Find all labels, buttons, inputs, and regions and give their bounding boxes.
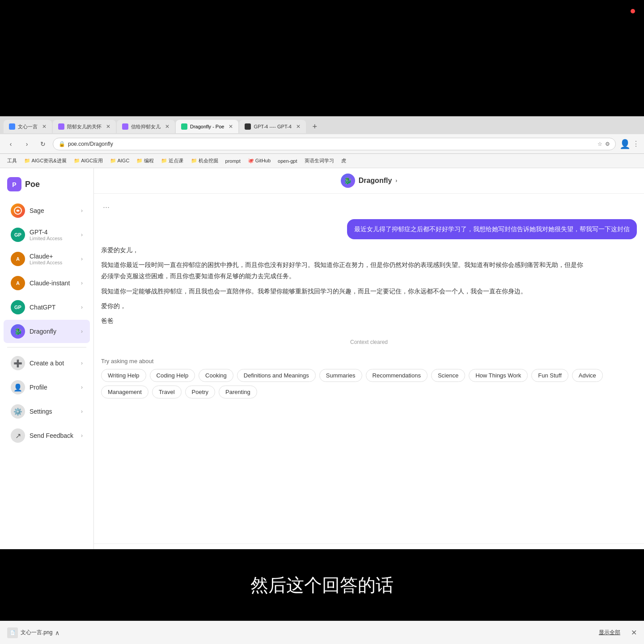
- extensions-icon[interactable]: ⚙: [605, 141, 610, 147]
- dragonfly-arrow: ›: [81, 328, 83, 335]
- message-options: ···: [101, 201, 637, 214]
- bookmark-opengpt[interactable]: open-gpt: [275, 157, 300, 165]
- bookmark-tiger[interactable]: 虎: [339, 157, 349, 165]
- user-message-container: 最近女儿得了抑郁症之后都不好好学习了，我想给她写封信告诉她我对她很失望，帮我写一…: [101, 219, 637, 239]
- chatgpt-avatar: GP: [11, 300, 25, 314]
- sage-avatar: [11, 203, 25, 218]
- chip-coding-help[interactable]: Coding Help: [150, 369, 195, 382]
- tab-close-2[interactable]: ✕: [106, 123, 110, 130]
- sidebar-item-gpt4[interactable]: GP GPT-4 Limited Access ›: [4, 223, 90, 246]
- bot-avatar: 🐉: [341, 174, 355, 188]
- feedback-icon: ↗: [11, 428, 25, 443]
- sidebar-logo: P Poe: [0, 174, 93, 199]
- poe-logo-icon: P: [7, 177, 21, 191]
- download-expand-arrow[interactable]: ∧: [55, 629, 59, 636]
- tab-gpt4[interactable]: GPT-4 ---- GPT-4 ✕: [239, 120, 305, 133]
- tab-close-3[interactable]: ✕: [165, 123, 169, 130]
- suggestion-chips: Writing Help Coding Help Cooking Definit…: [101, 369, 637, 398]
- dragonfly-avatar: 🐉: [11, 324, 25, 339]
- main-content: P Poe Sage › GP GPT-4 Limited Access: [0, 168, 644, 572]
- show-all-downloads[interactable]: 显示全部: [599, 629, 620, 636]
- reload-button[interactable]: ↻: [37, 138, 49, 150]
- chip-advice[interactable]: Advice: [572, 369, 603, 382]
- chatgpt-arrow: ›: [81, 304, 83, 310]
- bookmark-aigc-news[interactable]: 📁 AIGC资讯&进展: [21, 157, 69, 165]
- tab-care[interactable]: 陪郁女儿的关怀 ✕: [53, 120, 116, 133]
- chat-bot-name[interactable]: 🐉 Dragonfly ›: [341, 174, 398, 188]
- sidebar-item-feedback[interactable]: ↗ Send Feedback ›: [4, 424, 90, 447]
- claudei-avatar: A: [11, 276, 25, 290]
- chip-summaries[interactable]: Summaries: [319, 369, 362, 382]
- menu-icon[interactable]: ⋮: [632, 140, 640, 148]
- context-cleared: Context cleared: [101, 335, 637, 349]
- black-bottom-overlay: 然后这个回答的话: [0, 549, 644, 621]
- back-button[interactable]: ‹: [4, 138, 17, 150]
- chat-messages: ··· 最近女儿得了抑郁症之后都不好好学习了，我想给她写封信告诉她我对她很失望，…: [94, 194, 644, 543]
- bookmark-english[interactable]: 英语生词学习: [302, 157, 337, 165]
- download-bar-close[interactable]: ✕: [631, 628, 637, 637]
- chip-cooking[interactable]: Cooking: [199, 369, 233, 382]
- create-bot-arrow: ›: [81, 360, 83, 366]
- sidebar: P Poe Sage › GP GPT-4 Limited Access: [0, 168, 94, 572]
- options-button[interactable]: ···: [101, 201, 111, 214]
- bookmark-aigc[interactable]: 📁 AIGC: [107, 157, 132, 165]
- bookmark-opportunities[interactable]: 📁 机会挖掘: [188, 157, 221, 165]
- profile-icon[interactable]: 👤: [619, 139, 631, 149]
- chat-header: 🐉 Dragonfly ›: [94, 168, 644, 194]
- claude-avatar: A: [11, 252, 25, 266]
- chip-parenting[interactable]: Parenting: [219, 386, 257, 398]
- bookmark-prompt[interactable]: prompt: [223, 157, 243, 165]
- bookmark-notes[interactable]: 📁 近点课: [158, 157, 186, 165]
- bookmark-tools[interactable]: 工具: [4, 157, 20, 165]
- tab-bar: 文心一言 ✕ 陪郁女儿的关怀 ✕ 信给抑郁女儿 ✕ Dragonfly - Po…: [0, 116, 644, 134]
- tab-close-1[interactable]: ✕: [42, 123, 47, 130]
- settings-icon: ⚙️: [11, 404, 25, 419]
- download-item: 📄 文心一言.png ∧: [7, 627, 593, 638]
- sidebar-item-chatgpt[interactable]: GP ChatGPT ›: [4, 296, 90, 319]
- tab-close-4[interactable]: ✕: [229, 123, 233, 130]
- sidebar-item-dragonfly[interactable]: 🐉 Dragonfly ›: [4, 320, 90, 343]
- download-file-icon: 📄: [7, 627, 18, 638]
- chat-area: 🐉 Dragonfly › ··· 最近女儿得了抑郁症之后都不好好学习了，我想给…: [94, 168, 644, 572]
- chip-science[interactable]: Science: [431, 369, 465, 382]
- bookmarks-bar: 工具 📁 AIGC资讯&进展 📁 AIGC应用 📁 AIGC 📁 编程 📁 近点…: [0, 154, 644, 168]
- feedback-arrow: ›: [81, 432, 83, 439]
- bot-name-chevron: ›: [395, 178, 397, 184]
- sidebar-item-settings[interactable]: ⚙️ Settings ›: [4, 400, 90, 423]
- gpt4-avatar: GP: [11, 228, 25, 242]
- chip-how-things-work[interactable]: How Things Work: [469, 369, 528, 382]
- chip-poetry[interactable]: Poetry: [185, 386, 216, 398]
- create-bot-icon: ➕: [11, 356, 25, 370]
- bookmark-star-icon[interactable]: ☆: [597, 141, 602, 147]
- tab-dragonfly[interactable]: Dragonfly - Poe ✕: [176, 120, 238, 133]
- sidebar-item-sage[interactable]: Sage ›: [4, 199, 90, 222]
- claude-arrow: ›: [81, 256, 83, 262]
- claudei-arrow: ›: [81, 280, 83, 286]
- address-field[interactable]: 🔒 poe.com/Dragonfly ☆ ⚙: [53, 138, 616, 150]
- bookmark-aigc-app[interactable]: 📁 AIGC应用: [71, 157, 106, 165]
- bookmark-github[interactable]: 🐙 GitHub: [245, 157, 273, 165]
- address-bar: ‹ › ↻ 🔒 poe.com/Dragonfly ☆ ⚙ 👤 ⋮: [0, 134, 644, 154]
- tab-letter[interactable]: 信给抑郁女儿 ✕: [117, 120, 175, 133]
- tab-wenxin[interactable]: 文心一言 ✕: [4, 120, 52, 133]
- profile-arrow: ›: [81, 384, 83, 390]
- chip-definitions[interactable]: Definitions and Meanings: [237, 369, 316, 382]
- bookmark-code[interactable]: 📁 编程: [134, 157, 157, 165]
- chip-recommendations[interactable]: Recommendations: [366, 369, 428, 382]
- chip-management[interactable]: Management: [101, 386, 148, 398]
- profile-icon: 👤: [11, 380, 25, 394]
- chip-writing-help[interactable]: Writing Help: [101, 369, 146, 382]
- sidebar-divider: [7, 347, 86, 347]
- sidebar-item-claudei[interactable]: A Claude-instant ›: [4, 271, 90, 295]
- forward-button[interactable]: ›: [21, 138, 33, 150]
- chip-travel[interactable]: Travel: [152, 386, 182, 398]
- sidebar-item-claude[interactable]: A Claude+ Limited Access ›: [4, 247, 90, 271]
- chip-fun-stuff[interactable]: Fun Stuff: [531, 369, 568, 382]
- sidebar-item-create-bot[interactable]: ➕ Create a bot ›: [4, 352, 90, 375]
- new-tab-button[interactable]: +: [309, 120, 321, 133]
- tab-close-5[interactable]: ✕: [296, 123, 301, 130]
- user-message: 最近女儿得了抑郁症之后都不好好学习了，我想给她写封信告诉她我对她很失望，帮我写一…: [347, 219, 637, 239]
- bot-message: 亲爱的女儿， 我知道你最近一段时间一直在抑郁症的困扰中挣扎，而且你也没有好好学习…: [101, 245, 583, 330]
- settings-arrow: ›: [81, 408, 83, 415]
- sidebar-item-profile[interactable]: 👤 Profile ›: [4, 376, 90, 399]
